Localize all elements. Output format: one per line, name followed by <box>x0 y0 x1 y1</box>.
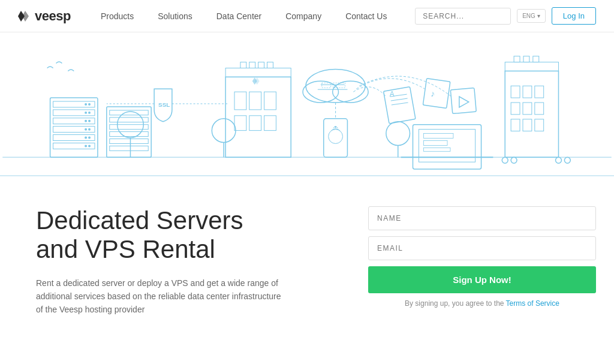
svg-point-59 <box>329 130 343 144</box>
svg-point-18 <box>88 137 91 139</box>
nav-item-datacenter[interactable]: Data Center <box>204 0 273 32</box>
svg-point-95 <box>564 157 570 163</box>
svg-rect-74 <box>423 140 447 145</box>
svg-point-92 <box>502 157 508 163</box>
svg-point-13 <box>85 112 87 114</box>
svg-rect-35 <box>234 92 246 110</box>
svg-point-12 <box>88 112 91 114</box>
hero-illustration: SSL <box>0 32 614 176</box>
svg-rect-90 <box>523 56 529 62</box>
svg-rect-40 <box>264 116 276 131</box>
svg-rect-36 <box>249 92 261 110</box>
svg-rect-79 <box>511 86 520 98</box>
lang-label: ENG <box>522 13 535 19</box>
svg-line-64 <box>392 103 408 105</box>
svg-rect-61 <box>384 87 416 124</box>
svg-rect-38 <box>234 116 246 131</box>
svg-rect-46 <box>258 62 264 68</box>
svg-point-60 <box>335 126 336 128</box>
svg-point-76 <box>386 122 410 146</box>
svg-point-93 <box>511 157 517 163</box>
svg-text:♪: ♪ <box>431 89 435 98</box>
nav-item-company[interactable]: Company <box>273 0 333 32</box>
svg-marker-42 <box>255 77 260 85</box>
svg-rect-80 <box>523 86 532 98</box>
svg-point-21 <box>85 145 87 147</box>
svg-point-20 <box>88 145 91 147</box>
svg-rect-26 <box>110 132 148 137</box>
svg-point-17 <box>85 128 87 131</box>
terms-of-service-link[interactable]: Terms of Service <box>506 299 559 308</box>
nav-item-contact[interactable]: Contact Us <box>333 0 399 32</box>
svg-rect-91 <box>533 56 539 62</box>
language-dropdown[interactable]: ENG ▾ <box>517 9 546 23</box>
svg-marker-69 <box>459 97 469 107</box>
svg-rect-85 <box>511 119 520 131</box>
svg-rect-47 <box>267 62 273 68</box>
header: veesp Products Solutions Data Center Com… <box>0 0 614 32</box>
chevron-down-icon: ▾ <box>537 13 540 19</box>
illustration-svg: SSL <box>0 32 614 175</box>
search-input[interactable] <box>415 8 511 25</box>
svg-rect-82 <box>511 103 520 115</box>
svg-rect-70 <box>413 125 481 169</box>
terms-text: By signing up, you agree to the Terms of… <box>368 299 596 308</box>
svg-text:A: A <box>390 90 395 98</box>
main-content: Dedicated Serversand VPS Rental Rent a d… <box>0 176 614 364</box>
svg-point-14 <box>88 120 91 122</box>
svg-rect-58 <box>324 119 348 157</box>
svg-rect-88 <box>505 62 558 71</box>
svg-rect-3 <box>50 98 98 157</box>
svg-rect-23 <box>110 110 148 115</box>
svg-rect-27 <box>110 139 148 144</box>
svg-text:SSL: SSL <box>158 101 170 108</box>
svg-rect-86 <box>523 119 532 131</box>
svg-point-10 <box>88 103 91 106</box>
email-input[interactable] <box>368 236 596 260</box>
svg-rect-34 <box>225 77 291 157</box>
svg-rect-83 <box>523 103 532 115</box>
logo-text: veesp <box>35 8 71 24</box>
svg-line-63 <box>391 98 408 101</box>
header-right: ENG ▾ Log In <box>415 7 596 25</box>
svg-rect-66 <box>423 79 450 109</box>
svg-rect-37 <box>264 92 276 110</box>
svg-rect-28 <box>110 146 148 151</box>
svg-rect-43 <box>225 68 291 77</box>
svg-rect-87 <box>535 119 544 131</box>
svg-rect-84 <box>535 103 544 115</box>
svg-rect-89 <box>514 56 520 62</box>
nav-item-solutions[interactable]: Solutions <box>146 0 204 32</box>
svg-rect-73 <box>423 134 453 139</box>
left-content: Dedicated Serversand VPS Rental Rent a d… <box>36 200 344 352</box>
nav-item-products[interactable]: Products <box>89 0 146 32</box>
svg-rect-44 <box>240 62 246 68</box>
svg-marker-1 <box>22 11 29 22</box>
main-nav: Products Solutions Data Center Company C… <box>89 0 415 32</box>
svg-point-19 <box>85 137 87 139</box>
svg-point-94 <box>556 157 562 163</box>
logo-icon <box>18 11 31 22</box>
svg-rect-75 <box>423 148 450 151</box>
signup-button[interactable]: Sign Up Now! <box>368 266 596 293</box>
svg-point-16 <box>88 128 91 131</box>
svg-rect-55 <box>322 83 331 88</box>
page-subtext: Rent a dedicated server or deploy a VPS … <box>36 276 288 317</box>
logo[interactable]: veesp <box>18 8 71 24</box>
svg-point-11 <box>85 103 87 106</box>
svg-point-48 <box>212 119 236 143</box>
svg-point-15 <box>85 120 87 122</box>
svg-rect-81 <box>535 86 544 98</box>
svg-rect-45 <box>249 62 255 68</box>
svg-rect-39 <box>249 116 261 131</box>
svg-rect-68 <box>450 88 476 114</box>
signup-form: Sign Up Now! By signing up, you agree to… <box>368 200 596 352</box>
login-button[interactable]: Log In <box>552 7 596 25</box>
name-input[interactable] <box>368 206 596 230</box>
page-title: Dedicated Serversand VPS Rental <box>36 206 344 264</box>
